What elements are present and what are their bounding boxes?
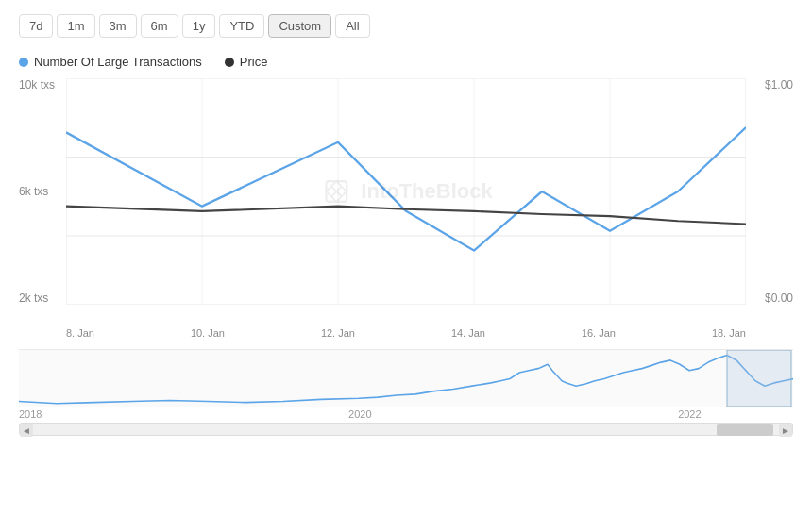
btn-all[interactable]: All (335, 14, 369, 38)
chart-wrapper: 10k txs 6k txs 2k txs $1.00 $0.00 (19, 78, 793, 339)
btn-ytd[interactable]: YTD (219, 14, 264, 38)
scrollbar[interactable]: ◄ ► (19, 423, 793, 436)
x-label-0: 8. Jan (66, 327, 94, 339)
price-line (66, 207, 746, 225)
legend-label-price: Price (240, 55, 268, 69)
mini-year-2018: 2018 (19, 408, 42, 420)
mini-year-spacer (42, 408, 348, 420)
time-range-buttons: 7d 1m 3m 6m 1y YTD Custom All (19, 14, 793, 38)
mini-chart-svg (19, 350, 793, 407)
mini-year-spacer2 (372, 408, 679, 420)
mini-chart-wrapper: 2018 2020 2022 (19, 349, 793, 420)
x-label-1: 10. Jan (191, 327, 225, 339)
mini-year-2022: 2022 (678, 408, 701, 420)
y-left-top: 10k txs (19, 78, 55, 92)
mini-year-spacer3 (702, 408, 793, 420)
scroll-left-arrow[interactable]: ◄ (20, 424, 33, 437)
legend-label-transactions: Number Of Large Transactions (34, 55, 202, 69)
scrollbar-thumb[interactable] (717, 424, 773, 436)
btn-3m[interactable]: 3m (99, 14, 137, 38)
chart-svg-container: IntoTheBlock (66, 78, 746, 305)
scroll-right-arrow[interactable]: ► (779, 424, 792, 437)
transactions-line (66, 127, 746, 250)
legend-dot-price (225, 58, 234, 67)
x-label-5: 18. Jan (712, 327, 746, 339)
y-left-bottom: 2k txs (19, 291, 55, 305)
btn-1y[interactable]: 1y (182, 14, 216, 38)
mini-x-labels: 2018 2020 2022 (19, 408, 793, 420)
mini-year-2020: 2020 (348, 408, 371, 420)
svg-rect-13 (19, 350, 793, 407)
chart-legend: Number Of Large Transactions Price (19, 55, 793, 69)
x-label-3: 14. Jan (451, 327, 485, 339)
svg-rect-14 (727, 350, 791, 407)
x-label-2: 12. Jan (321, 327, 355, 339)
btn-6m[interactable]: 6m (141, 14, 178, 38)
y-axis-right: $1.00 $0.00 (765, 78, 793, 324)
legend-price: Price (225, 55, 268, 69)
legend-transactions: Number Of Large Transactions (19, 55, 202, 69)
legend-dot-transactions (19, 58, 28, 67)
main-container: 7d 1m 3m 6m 1y YTD Custom All Number Of … (0, 0, 812, 516)
x-axis: 8. Jan 10. Jan 12. Jan 14. Jan 16. Jan 1… (66, 327, 746, 339)
main-chart-svg (66, 78, 746, 305)
separator (19, 341, 793, 341)
y-right-top: $1.00 (765, 78, 793, 92)
y-left-mid: 6k txs (19, 185, 55, 198)
btn-1m[interactable]: 1m (57, 14, 94, 38)
main-chart-area: 10k txs 6k txs 2k txs $1.00 $0.00 (19, 78, 793, 324)
btn-7d[interactable]: 7d (19, 14, 53, 38)
y-right-bottom: $0.00 (765, 291, 793, 305)
btn-custom[interactable]: Custom (268, 14, 331, 38)
y-axis-left: 10k txs 6k txs 2k txs (19, 78, 55, 324)
x-label-4: 16. Jan (582, 327, 616, 339)
